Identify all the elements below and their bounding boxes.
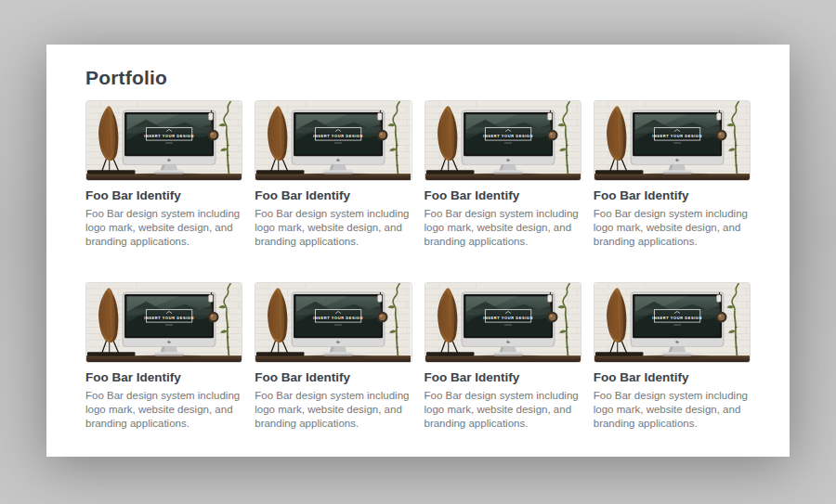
portfolio-item-title: Foo Bar Identify <box>425 370 581 385</box>
portfolio-thumbnail[interactable] <box>594 100 751 181</box>
portfolio-item-description: Foo Bar design system including logo mar… <box>425 389 581 431</box>
portfolio-thumbnail[interactable] <box>85 282 242 363</box>
portfolio-item-title: Foo Bar Identify <box>85 188 242 203</box>
portfolio-card[interactable]: Foo Bar Identify Foo Bar design system i… <box>255 100 411 282</box>
portfolio-item-title: Foo Bar Identify <box>85 370 242 385</box>
portfolio-item-title: Foo Bar Identify <box>425 188 581 203</box>
portfolio-card[interactable]: Foo Bar Identify Foo Bar design system i… <box>425 100 581 282</box>
portfolio-item-description: Foo Bar design system including logo mar… <box>425 207 581 249</box>
portfolio-grid: Foo Bar Identify Foo Bar design system i… <box>85 100 751 457</box>
portfolio-thumbnail[interactable] <box>255 282 411 363</box>
portfolio-card[interactable]: Foo Bar Identify Foo Bar design system i… <box>255 282 411 457</box>
portfolio-card[interactable]: Foo Bar Identify Foo Bar design system i… <box>425 282 581 457</box>
portfolio-item-title: Foo Bar Identify <box>594 370 751 385</box>
portfolio-thumbnail[interactable] <box>594 282 751 363</box>
portfolio-item-description: Foo Bar design system including logo mar… <box>594 207 751 249</box>
portfolio-item-description: Foo Bar design system including logo mar… <box>255 207 411 249</box>
portfolio-thumbnail[interactable] <box>425 100 581 181</box>
portfolio-thumbnail[interactable] <box>85 100 242 181</box>
portfolio-item-title: Foo Bar Identify <box>255 188 411 203</box>
portfolio-item-title: Foo Bar Identify <box>594 188 751 203</box>
portfolio-card[interactable]: Foo Bar Identify Foo Bar design system i… <box>594 282 751 457</box>
portfolio-item-description: Foo Bar design system including logo mar… <box>85 207 242 249</box>
portfolio-card[interactable]: Foo Bar Identify Foo Bar design system i… <box>85 100 242 282</box>
portfolio-card[interactable]: Foo Bar Identify Foo Bar design system i… <box>85 282 242 457</box>
portfolio-item-title: Foo Bar Identify <box>255 370 411 385</box>
portfolio-card[interactable]: Foo Bar Identify Foo Bar design system i… <box>594 100 751 282</box>
page-title: Portfolio <box>85 67 751 89</box>
portfolio-item-description: Foo Bar design system including logo mar… <box>594 389 751 431</box>
portfolio-page-card: Portfolio Foo Bar Identify Foo Bar desig… <box>46 45 790 457</box>
portfolio-item-description: Foo Bar design system including logo mar… <box>85 389 242 431</box>
portfolio-thumbnail[interactable] <box>255 100 411 181</box>
portfolio-thumbnail[interactable] <box>425 282 581 363</box>
portfolio-item-description: Foo Bar design system including logo mar… <box>255 389 411 431</box>
